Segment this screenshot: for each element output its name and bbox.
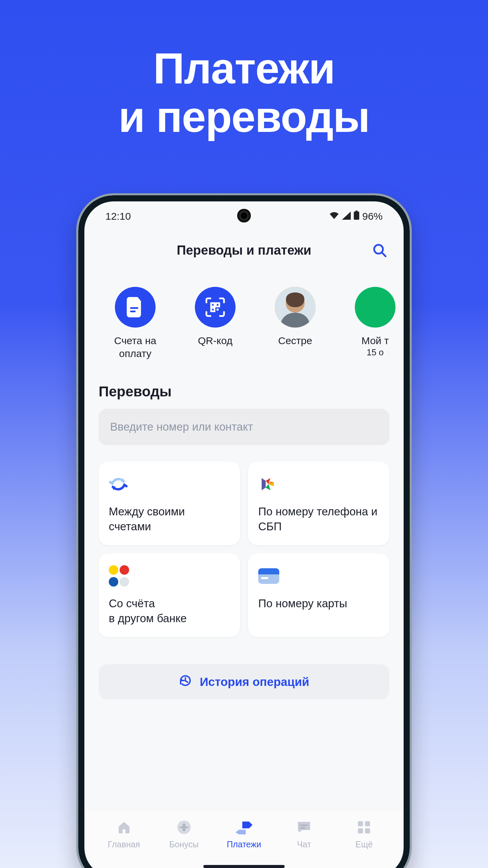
payments-icon [215, 818, 273, 836]
quick-label: Счета на оплату [99, 334, 172, 360]
svg-rect-5 [130, 311, 136, 312]
nav-payments[interactable]: Платежи [215, 818, 273, 849]
status-bar: 12:10 96% [86, 203, 402, 230]
phone-side-button [410, 494, 412, 538]
quick-action-contact-sister[interactable]: Сестре [259, 287, 332, 360]
quick-label: QR-код [179, 334, 252, 347]
quick-actions-row[interactable]: Счета на оплату QR-код [86, 271, 402, 360]
input-placeholder: Введите номер или контакт [110, 420, 253, 433]
tile-label: По номеру карты [258, 596, 379, 611]
card-icon [258, 565, 379, 587]
svg-rect-23 [365, 828, 370, 833]
home-icon [95, 818, 153, 836]
svg-rect-15 [258, 572, 279, 574]
promo-line2: и переводы [118, 93, 369, 141]
phone-side-button [410, 416, 412, 477]
quick-action-template[interactable]: Мой т 15 о [339, 287, 402, 360]
bank-logos-icon [109, 565, 131, 587]
svg-rect-6 [211, 303, 215, 307]
gesture-bar [203, 865, 285, 868]
tile-label: По номеру телефона и СБП [258, 504, 379, 534]
tile-label: Между своими счетами [109, 504, 230, 534]
phone-number-input[interactable]: Введите номер или контакт [99, 409, 389, 445]
sbp-icon [258, 473, 379, 495]
page-title: Переводы и платежи [177, 243, 311, 258]
app-header: Переводы и платежи [86, 230, 402, 271]
cellular-icon [342, 211, 351, 222]
camera-hole [237, 209, 251, 222]
status-time: 12:10 [105, 211, 131, 222]
status-right: 96% [329, 211, 383, 222]
quick-action-bills[interactable]: Счета на оплату [99, 287, 172, 360]
nav-home[interactable]: Главная [95, 818, 153, 849]
search-icon [372, 243, 387, 258]
svg-line-3 [382, 253, 386, 256]
nav-label: Чат [275, 840, 333, 849]
svg-rect-22 [358, 828, 363, 833]
promo-line1: Платежи [153, 44, 335, 93]
tile-label: Со счёта в другом банке [109, 596, 230, 626]
svg-rect-20 [358, 821, 363, 826]
nav-label: Платежи [215, 840, 273, 849]
svg-rect-19 [300, 827, 305, 829]
svg-rect-0 [355, 211, 358, 212]
svg-point-2 [374, 245, 383, 254]
tile-from-other-bank[interactable]: Со счёта в другом банке [99, 553, 240, 637]
qr-icon [195, 287, 236, 328]
svg-rect-21 [365, 821, 370, 826]
history-icon [179, 674, 192, 690]
phone-frame: 12:10 96% Переводы и платежи [76, 193, 412, 868]
avatar [275, 287, 316, 328]
tile-by-phone-sbp[interactable]: По номеру телефона и СБП [248, 461, 389, 545]
section-title-transfers: Переводы [86, 360, 402, 409]
battery-icon [353, 211, 360, 222]
status-battery-percent: 96% [362, 211, 383, 222]
svg-rect-16 [261, 577, 268, 579]
svg-rect-7 [216, 303, 219, 307]
quick-sublabel: 15 о [339, 347, 402, 358]
bottom-nav: Главная Бонусы Платежи [86, 811, 402, 868]
template-icon [355, 287, 395, 328]
transfer-tiles: Между своими счетами По номеру телефона … [86, 445, 402, 637]
nav-chat[interactable]: Чат [275, 818, 333, 849]
svg-rect-4 [130, 307, 138, 309]
promo-title: Платежи и переводы [0, 0, 488, 141]
nav-more[interactable]: Ещё [335, 818, 393, 849]
quick-action-qr[interactable]: QR-код [179, 287, 252, 360]
history-label: История операций [200, 675, 309, 689]
nav-label: Ещё [335, 840, 393, 849]
wifi-icon [329, 211, 339, 222]
nav-label: Главная [95, 840, 153, 849]
svg-rect-18 [300, 825, 308, 826]
search-button[interactable] [370, 241, 389, 259]
history-button[interactable]: История операций [99, 664, 389, 699]
document-icon [115, 287, 156, 328]
chat-icon [275, 818, 333, 836]
bonuses-icon [155, 818, 213, 836]
nav-label: Бонусы [155, 840, 213, 849]
quick-label: Мой т [339, 334, 402, 347]
svg-rect-1 [354, 212, 359, 220]
more-icon [335, 818, 393, 836]
svg-rect-8 [211, 308, 215, 311]
tile-by-card-number[interactable]: По номеру карты [248, 553, 389, 637]
nav-bonuses[interactable]: Бонусы [155, 818, 213, 849]
svg-rect-9 [217, 309, 219, 311]
quick-label: Сестре [259, 334, 332, 347]
phone-screen: 12:10 96% Переводы и платежи [86, 203, 402, 868]
tile-between-own-accounts[interactable]: Между своими счетами [99, 461, 240, 545]
swap-icon [109, 473, 230, 495]
